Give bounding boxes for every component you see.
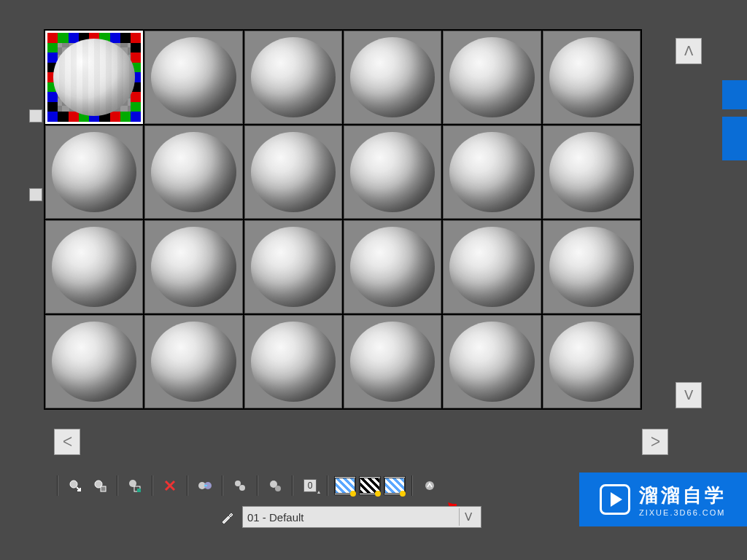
material-preview-sphere	[549, 132, 634, 212]
material-slot-22[interactable]	[443, 315, 541, 408]
material-preview-sphere	[549, 322, 634, 402]
material-slot-0[interactable]	[45, 31, 143, 124]
show-realistic-map-button[interactable]	[359, 476, 381, 495]
toolbar-separator	[117, 475, 118, 496]
sphere-scene-icon	[93, 478, 107, 493]
svg-point-11	[275, 486, 281, 491]
reset-map-button[interactable]	[159, 476, 181, 495]
material-preview-sphere	[52, 227, 136, 307]
material-name-row: 01 - Default ᐯ	[219, 506, 481, 528]
material-preview-sphere	[549, 37, 634, 117]
material-slot-19[interactable]	[144, 315, 242, 408]
toolbar-separator	[57, 475, 58, 496]
material-slot-12[interactable]	[45, 220, 143, 314]
pick-material-button[interactable]	[219, 508, 236, 526]
watermark-badge: 溜溜自学 ZIXUE.3D66.COM	[579, 472, 747, 526]
go-to-parent-button[interactable]	[419, 476, 441, 495]
material-preview-sphere	[251, 322, 336, 402]
material-slot-4[interactable]	[443, 31, 541, 124]
chevron-right-icon: ᐳ	[651, 434, 660, 450]
svg-rect-2	[101, 486, 106, 491]
chevron-left-icon: ᐸ	[63, 434, 72, 450]
go-parent-icon	[422, 478, 437, 493]
make-unique-button[interactable]	[229, 476, 251, 495]
toolbar-separator	[187, 475, 188, 496]
scroll-up-button[interactable]: ᐱ	[676, 38, 702, 64]
material-preview-sphere	[449, 322, 534, 402]
material-slot-5[interactable]	[543, 31, 640, 124]
toolbar-separator	[222, 475, 223, 496]
material-preview-sphere	[251, 132, 336, 212]
material-slot-1[interactable]	[144, 31, 242, 124]
material-name-dropdown[interactable]: 01 - Default ᐯ	[242, 506, 481, 528]
material-slot-8[interactable]	[244, 125, 342, 219]
svg-point-9	[239, 485, 245, 491]
material-preview-sphere	[151, 132, 236, 212]
scroll-left-button[interactable]: ᐸ	[54, 429, 80, 455]
toolbar-separator	[292, 475, 293, 496]
material-preview-stripes	[53, 39, 135, 116]
material-preview-sphere	[151, 322, 236, 402]
material-slot-16[interactable]	[443, 220, 541, 314]
show-shaded-map-button[interactable]	[334, 476, 356, 495]
svg-point-0	[70, 481, 77, 488]
material-slot-21[interactable]	[344, 315, 441, 408]
show-end-result-button[interactable]	[384, 476, 406, 495]
material-slot-23[interactable]	[543, 315, 640, 408]
toolbar-separator	[327, 475, 328, 496]
assign-icon	[128, 478, 142, 493]
material-slot-20[interactable]	[244, 315, 342, 408]
material-preview-sphere	[251, 227, 336, 307]
material-slot-7[interactable]	[144, 125, 242, 219]
material-slot-2[interactable]	[244, 31, 342, 124]
chevron-down-icon: ᐯ	[684, 387, 693, 403]
material-slot-3[interactable]	[344, 31, 441, 124]
zero-icon: 0	[303, 479, 317, 492]
get-material-button[interactable]	[64, 476, 86, 495]
material-slot-14[interactable]	[244, 220, 342, 314]
assign-to-selection-button[interactable]	[124, 476, 146, 495]
play-icon	[600, 484, 630, 515]
left-gutter	[29, 109, 44, 401]
material-slot-6[interactable]	[45, 125, 143, 219]
svg-rect-5	[137, 489, 141, 492]
side-panel-accent-2	[722, 117, 747, 160]
material-name-label: 01 - Default	[247, 511, 304, 524]
material-toolbar: 0 ▴	[54, 475, 441, 496]
material-slot-9[interactable]	[344, 125, 441, 219]
material-preview-sphere	[52, 132, 136, 212]
material-slot-13[interactable]	[144, 220, 242, 314]
material-slot-18[interactable]	[45, 315, 143, 408]
watermark-text-url: ZIXUE.3D66.COM	[639, 508, 725, 517]
scroll-down-button[interactable]: ᐯ	[676, 382, 702, 408]
gutter-mark-1	[29, 109, 42, 122]
svg-point-8	[235, 481, 241, 486]
material-preview-sphere	[549, 227, 634, 307]
scroll-right-button[interactable]: ᐳ	[642, 429, 668, 455]
chevron-up-icon: ᐱ	[684, 43, 693, 59]
material-slot-15[interactable]	[344, 220, 441, 314]
toolbar-separator	[411, 475, 413, 496]
gutter-mark-2	[29, 188, 42, 201]
material-slot-10[interactable]	[443, 125, 541, 219]
put-to-library-button[interactable]	[264, 476, 286, 495]
material-preview-sphere	[350, 227, 435, 307]
chevron-down-icon: ᐯ	[459, 508, 476, 526]
watermark-text-cn: 溜溜自学	[639, 483, 727, 508]
material-preview-sphere	[449, 227, 534, 307]
material-id-button[interactable]: 0 ▴	[299, 476, 321, 495]
side-panel-accent-1	[722, 80, 747, 109]
library-icon	[268, 478, 282, 493]
material-slot-11[interactable]	[543, 125, 640, 219]
make-copy-button[interactable]	[194, 476, 216, 495]
unique-icon	[233, 478, 247, 493]
sphere-arrow-icon	[68, 478, 82, 493]
toolbar-separator	[257, 475, 258, 496]
put-to-scene-button[interactable]	[89, 476, 111, 495]
material-slot-17[interactable]	[543, 220, 640, 314]
toolbar-separator	[152, 475, 153, 496]
eyedropper-icon	[220, 509, 236, 525]
material-preview-sphere	[151, 227, 236, 307]
material-preview-sphere	[52, 322, 136, 402]
material-preview-sphere	[151, 37, 236, 117]
